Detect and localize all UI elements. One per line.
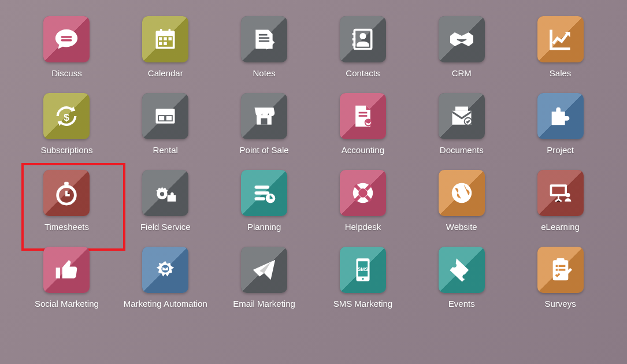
svg-rect-55	[555, 269, 557, 270]
stopwatch-icon	[43, 170, 90, 216]
svg-rect-18	[353, 43, 356, 46]
svg-text:SMS: SMS	[358, 267, 368, 272]
app-label: Documents	[440, 145, 484, 155]
app-launcher-calendar[interactable]: Calendar	[116, 16, 215, 78]
app-launcher-contacts[interactable]: Contacts	[313, 16, 412, 78]
presentation-icon	[537, 170, 584, 216]
list-clock-icon	[241, 170, 287, 216]
app-label: eLearning	[541, 222, 580, 232]
gear-puzzle-icon	[142, 170, 188, 216]
app-label: Discuss	[51, 68, 82, 78]
svg-rect-9	[160, 29, 162, 33]
svg-rect-17	[353, 38, 356, 40]
app-label: Project	[547, 145, 574, 155]
document-gear-icon	[340, 93, 386, 139]
speech-bubble-icon	[43, 16, 90, 62]
svg-rect-4	[159, 37, 162, 40]
app-launcher-social-mkt[interactable]: Social Marketing	[17, 247, 116, 309]
app-launcher-notes[interactable]: Notes	[215, 16, 314, 78]
app-launcher-sms-mkt[interactable]: SMSSMS Marketing	[313, 247, 412, 309]
svg-rect-16	[353, 33, 356, 35]
svg-rect-29	[455, 107, 468, 111]
ticket-icon	[439, 247, 485, 293]
app-launcher-discuss[interactable]: Discuss	[17, 16, 116, 78]
svg-rect-1	[61, 39, 72, 41]
svg-rect-0	[61, 36, 72, 38]
app-label: Surveys	[544, 299, 576, 309]
app-label: Sales	[550, 68, 572, 78]
app-launcher-elearning[interactable]: eLearning	[511, 170, 610, 232]
app-launcher-pos[interactable]: Point of Sale	[215, 93, 314, 155]
app-launcher-events[interactable]: Events	[412, 247, 511, 309]
app-label: Social Marketing	[35, 299, 99, 309]
app-label: Field Service	[140, 222, 191, 232]
app-label: Planning	[247, 222, 281, 232]
app-launcher-subscriptions[interactable]: $Subscriptions	[17, 93, 116, 155]
app-launcher-timesheets[interactable]: Timesheets	[17, 170, 116, 232]
app-label: Timesheets	[44, 222, 89, 232]
thumbs-up-icon	[43, 247, 90, 293]
svg-point-35	[160, 192, 164, 196]
svg-rect-54	[558, 265, 565, 267]
svg-rect-56	[558, 269, 565, 270]
app-label: Events	[448, 299, 475, 309]
svg-rect-13	[259, 40, 269, 42]
app-label: Point of Sale	[240, 145, 289, 155]
app-launcher-field-service[interactable]: Field Service	[116, 170, 215, 232]
svg-rect-8	[164, 42, 167, 45]
svg-rect-22	[159, 116, 164, 120]
app-launcher-surveys[interactable]: Surveys	[511, 247, 610, 309]
app-label: Contacts	[346, 68, 380, 78]
svg-rect-37	[255, 191, 270, 195]
globe-icon	[439, 170, 485, 216]
svg-rect-11	[259, 34, 268, 36]
inbox-check-icon	[439, 93, 485, 139]
svg-point-45	[566, 193, 570, 197]
app-label: Marketing Automation	[124, 299, 207, 309]
app-label: Helpdesk	[345, 222, 381, 232]
svg-rect-12	[259, 37, 269, 39]
svg-text:$: $	[64, 112, 70, 123]
app-launcher-email-mkt[interactable]: Email Marketing	[215, 247, 314, 309]
svg-rect-23	[166, 116, 172, 120]
app-label: Accounting	[342, 145, 384, 155]
app-launcher-documents[interactable]: Documents	[412, 93, 511, 155]
app-launcher-mkt-auto[interactable]: Marketing Automation	[116, 247, 215, 309]
app-label: Email Marketing	[233, 299, 295, 309]
svg-point-15	[359, 33, 366, 39]
app-label: Website	[446, 222, 477, 232]
gear-mail-icon	[142, 247, 188, 293]
app-label: Notes	[253, 68, 275, 78]
app-launcher-project[interactable]: Project	[511, 93, 610, 155]
chart-up-icon	[537, 16, 584, 62]
svg-point-41	[358, 188, 367, 197]
svg-rect-52	[556, 258, 564, 262]
svg-rect-6	[169, 37, 172, 40]
app-launcher-rental[interactable]: Rental	[116, 93, 215, 155]
svg-rect-26	[359, 112, 368, 114]
clipboard-check-icon	[537, 247, 584, 293]
svg-rect-7	[159, 42, 162, 45]
app-launcher-planning[interactable]: Planning	[215, 170, 314, 232]
app-launcher-accounting[interactable]: Accounting	[313, 93, 412, 155]
app-launcher-website[interactable]: Website	[412, 170, 511, 232]
svg-rect-5	[164, 37, 167, 40]
life-ring-icon	[340, 170, 386, 216]
svg-rect-53	[555, 265, 557, 267]
app-launcher-helpdesk[interactable]: Helpdesk	[313, 170, 412, 232]
app-launcher-crm[interactable]: CRM	[412, 16, 511, 78]
app-launcher-sales[interactable]: Sales	[511, 16, 610, 78]
notes-icon	[241, 16, 287, 62]
handshake-icon	[439, 16, 485, 62]
svg-rect-36	[255, 185, 270, 189]
svg-point-49	[362, 278, 363, 280]
svg-rect-38	[255, 197, 265, 200]
store-icon	[241, 93, 287, 139]
app-label: SMS Marketing	[333, 299, 393, 309]
refresh-dollar-icon: $	[43, 93, 90, 139]
app-dashboard-grid: DiscussCalendarNotesContactsCRMSales$Sub…	[0, 16, 627, 309]
svg-rect-27	[359, 115, 368, 117]
svg-rect-10	[169, 29, 171, 33]
svg-rect-33	[65, 184, 68, 188]
puzzle-icon	[537, 93, 584, 139]
